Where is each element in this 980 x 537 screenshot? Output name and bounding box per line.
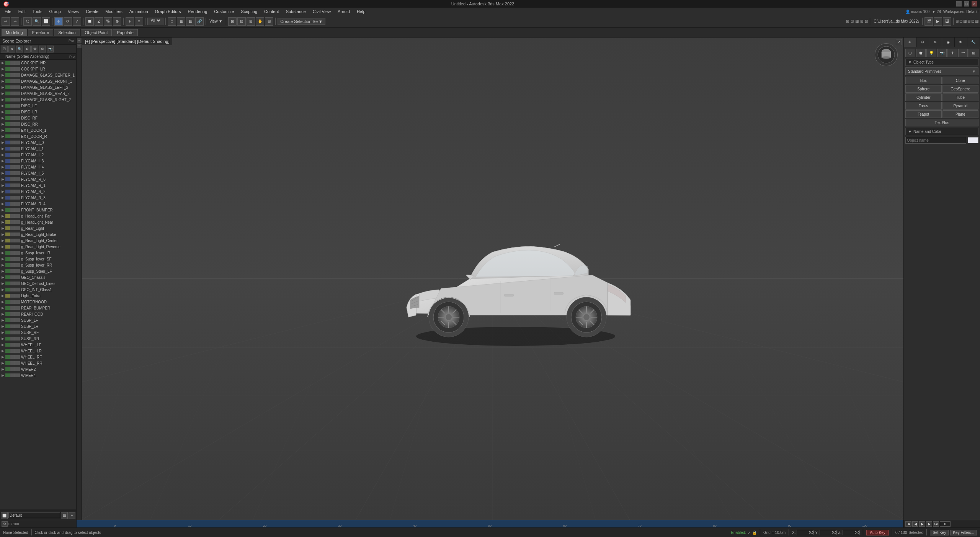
select-by-name-button[interactable]: 🔍: [33, 17, 41, 26]
select-rotate-button[interactable]: ⟳: [64, 17, 72, 26]
select-move-button[interactable]: ✛: [54, 17, 63, 26]
spinner-snap-button[interactable]: ⊕: [113, 17, 121, 26]
cameras-button[interactable]: 📷: [937, 49, 947, 57]
coord-toggle[interactable]: ✓: [748, 530, 751, 535]
goto-start-button[interactable]: ⏮: [905, 521, 911, 527]
name-color-header[interactable]: ▼ Name and Color: [905, 128, 978, 135]
create-selection-button[interactable]: Create Selection Se ▼: [278, 18, 325, 25]
geometry-button[interactable]: ⬡: [905, 49, 915, 57]
menu-animation[interactable]: Animation: [126, 8, 151, 15]
scene-item[interactable]: ▶ COCKPIT_HR: [0, 60, 76, 66]
pyramid-button[interactable]: Pyramid: [942, 102, 979, 110]
scene-item[interactable]: ▶ g_Susp_lever_RR: [0, 262, 76, 268]
scene-item[interactable]: ▶ FLYCAM_R_0: [0, 176, 76, 182]
main-viewport[interactable]: [+] [Perspective] [Standard] [Default Sh…: [82, 38, 903, 520]
render-setup-button[interactable]: 🎬: [924, 17, 933, 26]
scene-item[interactable]: ▶ WHEEL_RR: [0, 360, 76, 366]
se-find-button[interactable]: 🔍: [16, 46, 23, 52]
scene-item[interactable]: ▶ FLYCAM_I_1: [0, 146, 76, 152]
layer-opts-button[interactable]: ▦: [61, 512, 68, 519]
scene-item[interactable]: ▶ DISC_LR: [0, 109, 76, 115]
menu-scripting[interactable]: Scripting: [238, 8, 260, 15]
cp-tab-hierarchy[interactable]: ⊗: [929, 38, 942, 47]
viewport-orientation-gizmo[interactable]: [875, 43, 898, 66]
orbit-button[interactable]: ⊡: [237, 17, 246, 26]
scene-item[interactable]: ▶ GEO_Chassis: [0, 274, 76, 280]
se-select-all-button[interactable]: ☑: [1, 46, 8, 52]
scene-item[interactable]: ▶ SUSP_RR: [0, 336, 76, 342]
box-button[interactable]: Box: [905, 77, 942, 84]
shapes-button[interactable]: ⬟: [916, 49, 926, 57]
object-type-header[interactable]: ▼ Object Type: [905, 59, 978, 66]
angle-snap-button[interactable]: ∠: [95, 17, 103, 26]
scene-item[interactable]: ▶ SUSP_LF: [0, 317, 76, 323]
scene-item[interactable]: ▶ FLYCAM_R_4: [0, 201, 76, 207]
menu-customize[interactable]: Customize: [211, 8, 237, 15]
current-frame-input[interactable]: 0: [940, 521, 951, 527]
textplus-button[interactable]: TextPlus: [905, 119, 978, 126]
next-frame-button[interactable]: ▶: [926, 521, 932, 527]
viewport-maximize-button[interactable]: ⤢: [896, 39, 902, 45]
view-mode-dropdown[interactable]: View ▼: [208, 19, 224, 23]
time-config-button[interactable]: ⚙: [2, 521, 8, 527]
key-filters-button[interactable]: Key Filters...: [950, 530, 977, 535]
scene-item[interactable]: ▶ REARHOOD: [0, 311, 76, 317]
tab-selection[interactable]: Selection: [54, 29, 80, 36]
minibar-btn-2[interactable]: −: [77, 44, 82, 48]
scene-item[interactable]: ▶ g_Susp_lever_lR: [0, 250, 76, 256]
scene-item[interactable]: ▶ SUSP_RF: [0, 329, 76, 336]
scene-item[interactable]: ▶ WHEEL_LR: [0, 348, 76, 354]
scene-item[interactable]: ▶ g_Susp_Steer_LF: [0, 268, 76, 274]
graph-view-button[interactable]: ⊞: [228, 17, 237, 26]
cp-tab-motion[interactable]: ◉: [942, 38, 955, 47]
menu-arnold[interactable]: Arnold: [335, 8, 353, 15]
scene-item[interactable]: ▶ EXT_DOOR_R: [0, 133, 76, 139]
torus-button[interactable]: Torus: [905, 102, 942, 110]
se-settings-button[interactable]: ⚙: [24, 46, 31, 52]
scene-item[interactable]: ▶ FLYCAM_R_1: [0, 182, 76, 188]
scene-item[interactable]: ▶ g_Rear_Light_Brake: [0, 231, 76, 237]
scene-item[interactable]: ▶ Light_Extra: [0, 293, 76, 299]
layer-visibility-button[interactable]: ⬜: [1, 512, 8, 519]
menu-graph-editors[interactable]: Graph Editors: [152, 8, 184, 15]
goto-end-button[interactable]: ⏭: [933, 521, 939, 527]
cp-tab-utilities[interactable]: 🔧: [967, 38, 980, 47]
scene-item[interactable]: ▶ DAMAGE_GLASS_RIGHT_2: [0, 97, 76, 103]
tab-object-paint[interactable]: Object Paint: [81, 29, 112, 36]
scene-item[interactable]: ▶ g_HeadLight_Near: [0, 219, 76, 225]
prev-frame-button[interactable]: ◀: [912, 521, 918, 527]
percent-snap-button[interactable]: %: [104, 17, 112, 26]
play-button[interactable]: ▶: [919, 521, 925, 527]
rect-select-button[interactable]: ⬜: [42, 17, 50, 26]
tab-populate[interactable]: Populate: [113, 29, 137, 36]
scene-item[interactable]: ▶ g_HeadLight_Far: [0, 213, 76, 219]
menu-views[interactable]: Views: [65, 8, 82, 15]
scene-item[interactable]: ▶ MOTORHOOD: [0, 299, 76, 305]
scene-item[interactable]: ▶ DAMAGE_GLASS_CENTER_1: [0, 72, 76, 78]
select-scale-button[interactable]: ⤢: [73, 17, 81, 26]
scene-item[interactable]: ▶ DISC_RR: [0, 121, 76, 127]
redo-button[interactable]: ↪: [11, 17, 19, 26]
menu-modifiers[interactable]: Modifiers: [102, 8, 126, 15]
scene-item[interactable]: ▶ DAMAGE_GLASS_FRONT_1: [0, 78, 76, 84]
zoom-extents-button[interactable]: ⊟: [265, 17, 273, 26]
scene-item[interactable]: ▶ WHEEL_RF: [0, 354, 76, 360]
scene-item[interactable]: ▶ FLYCAM_R_3: [0, 195, 76, 201]
scene-item[interactable]: ▶ GEO_Defrost_Lines: [0, 280, 76, 287]
tube-button[interactable]: Tube: [942, 93, 979, 101]
object-name-input[interactable]: [905, 137, 966, 144]
scene-item[interactable]: ▶ FLYCAM_R_2: [0, 188, 76, 195]
scene-item[interactable]: ▶ DISC_RF: [0, 115, 76, 121]
menu-civil-view[interactable]: Civil View: [310, 8, 334, 15]
select-object-button[interactable]: ⬡: [23, 17, 32, 26]
undo-button[interactable]: ↩: [2, 17, 10, 26]
scene-item[interactable]: ▶ g_Rear_Light: [0, 225, 76, 231]
layer-dropdown[interactable]: All: [147, 18, 163, 25]
sphere-button[interactable]: Sphere: [905, 85, 942, 93]
x-coord-input[interactable]: [797, 530, 814, 535]
scene-item[interactable]: ▶ FLYCAM_I_4: [0, 164, 76, 170]
zoom-button[interactable]: ⊞: [247, 17, 255, 26]
set-key-mode-button[interactable]: ▦: [186, 17, 194, 26]
snaps-toggle-button[interactable]: 🔲: [85, 17, 94, 26]
scene-item[interactable]: ▶ g_Rear_Light_Center: [0, 237, 76, 244]
